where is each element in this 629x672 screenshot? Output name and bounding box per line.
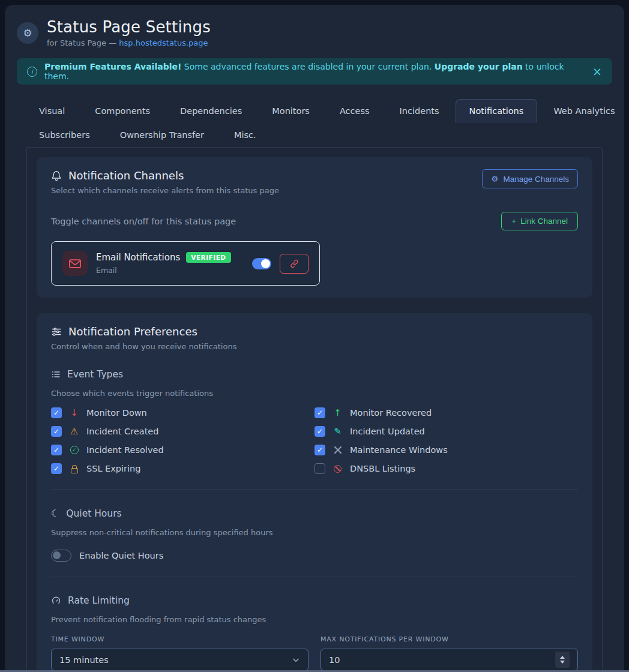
gauge-icon — [51, 596, 61, 605]
tab-bar: Visual Components Dependencies Monitors … — [25, 99, 604, 147]
number-stepper[interactable] — [555, 652, 570, 668]
email-channel-card: Email Notifications VERIFIED Email — [51, 241, 320, 286]
banner-bold: Premium Features Available! — [44, 62, 181, 71]
event-monitor-down[interactable]: ✓↓Monitor Down — [51, 407, 314, 418]
tab-subscribers[interactable]: Subscribers — [25, 123, 104, 147]
time-window-label: TIME WINDOW — [51, 635, 308, 643]
verified-badge: VERIFIED — [186, 252, 230, 263]
rate-limiting-desc: Prevent notification flooding from rapid… — [51, 615, 578, 624]
channel-link-button[interactable] — [280, 254, 308, 274]
event-incident-resolved[interactable]: ✓Incident Resolved — [51, 445, 314, 455]
quiet-hours-title: ☾ Quiet Hours — [51, 508, 578, 519]
checkbox: ✓ — [314, 407, 325, 418]
tab-row-1: Visual Components Dependencies Monitors … — [25, 99, 604, 123]
page-subtitle: for Status Page — hsp.hostedstatus.page — [47, 38, 211, 47]
tab-notifications[interactable]: Notifications — [456, 99, 538, 123]
notification-preferences-card: Notification Preferences Control when an… — [37, 313, 592, 672]
time-window-select[interactable]: 15 minutes — [51, 649, 308, 671]
checkbox: ✓ — [314, 445, 325, 455]
email-channel-toggle[interactable] — [252, 258, 271, 269]
pencil-icon: ✎ — [332, 426, 343, 437]
quiet-hours-toggle[interactable] — [51, 550, 71, 562]
rate-limiting-title: Rate Limiting — [51, 595, 578, 606]
event-incident-created[interactable]: ✓⚠Incident Created — [51, 426, 314, 437]
channel-type: Email — [96, 266, 231, 275]
bell-icon — [51, 170, 62, 181]
envelope-icon — [68, 258, 82, 269]
tab-access[interactable]: Access — [326, 99, 384, 123]
checkbox: ✓ — [51, 407, 62, 418]
event-types-desc: Choose which events trigger notification… — [51, 389, 578, 398]
page-title: Status Page Settings — [47, 18, 211, 36]
arrow-down-icon: ↓ — [68, 407, 80, 418]
divider — [51, 489, 578, 490]
event-monitor-recovered[interactable]: ✓↑Monitor Recovered — [314, 407, 578, 418]
event-incident-updated[interactable]: ✓✎Incident Updated — [314, 426, 578, 437]
preferences-subtitle: Control when and how you receive notific… — [51, 342, 578, 351]
tab-incidents[interactable]: Incidents — [386, 99, 453, 123]
plus-icon: + — [511, 217, 516, 226]
page-header: ⚙ Status Page Settings for Status Page —… — [5, 5, 624, 55]
tab-ownership-transfer[interactable]: Ownership Transfer — [106, 123, 218, 147]
upgrade-plan-link[interactable]: Upgrade your plan — [435, 62, 523, 71]
link-channel-button[interactable]: + Link Channel — [501, 212, 578, 230]
status-page-link[interactable]: hsp.hostedstatus.page — [119, 38, 208, 47]
tab-components[interactable]: Components — [81, 99, 164, 123]
checkbox: ✓ — [51, 445, 62, 455]
settings-panel: ⚙ Status Page Settings for Status Page —… — [5, 5, 624, 672]
tab-visual[interactable]: Visual — [25, 99, 79, 123]
lock-icon — [68, 464, 80, 473]
tab-row-2: Subscribers Ownership Transfer Misc. — [25, 123, 604, 147]
event-types-grid: ✓↓Monitor Down ✓↑Monitor Recovered ✓⚠Inc… — [51, 407, 578, 474]
event-types-title: Event Types — [51, 369, 578, 380]
info-icon: i — [27, 67, 37, 77]
gear-badge-icon: ⚙ — [17, 22, 38, 44]
close-icon[interactable]: × — [592, 66, 602, 77]
event-maintenance-windows[interactable]: ✓Maintenance Windows — [314, 445, 578, 455]
tab-web-analytics[interactable]: Web Analytics — [540, 99, 624, 123]
event-dnsbl-listings[interactable]: DNSBL Listings — [314, 463, 578, 474]
checkbox: ✓ — [314, 426, 325, 437]
tools-icon — [332, 446, 343, 454]
manage-channels-button[interactable]: ⚙ Manage Channels — [482, 169, 578, 188]
tab-content: Notification Channels Select which chann… — [26, 147, 603, 672]
check-circle-icon — [68, 446, 80, 454]
quiet-hours-desc: Suppress non-critical notifications duri… — [51, 528, 578, 537]
stepper-down-icon[interactable] — [560, 661, 565, 664]
stepper-up-icon[interactable] — [560, 656, 565, 659]
channels-title: Notification Channels — [51, 169, 279, 182]
list-icon — [51, 370, 61, 379]
channels-subtitle: Select which channels receive alerts fro… — [51, 186, 279, 195]
chain-link-icon — [290, 259, 299, 268]
channel-name: Email Notifications — [96, 252, 180, 263]
email-channel-tile — [62, 251, 88, 276]
toggle-hint: Toggle channels on/off for this status p… — [51, 217, 236, 226]
banner-text: Premium Features Available! Some advance… — [44, 62, 585, 81]
max-notifications-label: MAX NOTIFICATIONS PER WINDOW — [321, 635, 578, 643]
checkbox: ✓ — [51, 426, 62, 437]
subtitle-prefix: for Status Page — — [47, 38, 119, 47]
divider — [51, 577, 578, 577]
chevron-down-icon — [292, 656, 300, 664]
warning-icon: ⚠ — [68, 426, 80, 437]
notification-channels-card: Notification Channels Select which chann… — [37, 157, 592, 298]
tab-misc[interactable]: Misc. — [220, 123, 270, 147]
tab-monitors[interactable]: Monitors — [258, 99, 324, 123]
gear-icon: ⚙ — [491, 174, 498, 184]
moon-icon: ☾ — [51, 508, 59, 519]
sliders-icon — [51, 326, 62, 337]
event-ssl-expiring[interactable]: ✓SSL Expiring — [51, 463, 314, 474]
premium-banner: i Premium Features Available! Some advan… — [17, 58, 612, 85]
no-entry-icon — [332, 465, 343, 473]
arrow-up-icon: ↑ — [332, 407, 343, 418]
checkbox — [314, 463, 325, 474]
preferences-title: Notification Preferences — [51, 325, 578, 338]
max-notifications-input[interactable]: 10 — [321, 649, 578, 671]
tab-dependencies[interactable]: Dependencies — [166, 99, 256, 123]
quiet-hours-toggle-label: Enable Quiet Hours — [79, 551, 163, 560]
checkbox: ✓ — [51, 463, 62, 474]
